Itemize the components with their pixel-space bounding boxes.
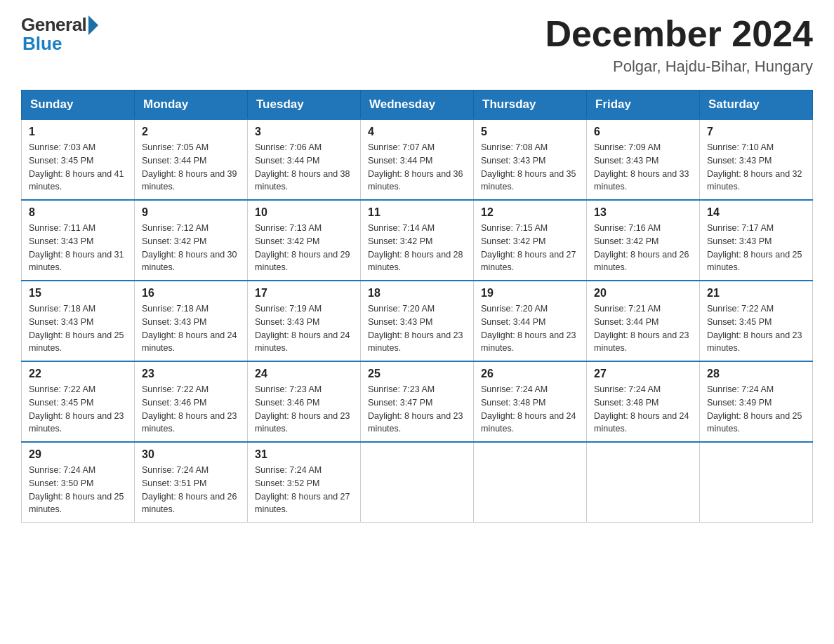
day-number: 20 <box>594 287 692 300</box>
day-number: 11 <box>368 206 466 219</box>
page-header: General Blue December 2024 Polgar, Hajdu… <box>21 14 813 76</box>
day-number: 1 <box>29 126 127 138</box>
day-info: Sunrise: 7:08 AMSunset: 3:43 PMDaylight:… <box>481 141 579 194</box>
calendar-cell <box>474 442 587 523</box>
week-row-3: 15Sunrise: 7:18 AMSunset: 3:43 PMDayligh… <box>22 281 813 361</box>
day-number: 22 <box>29 368 127 380</box>
day-number: 10 <box>255 206 353 219</box>
logo-blue-text: Blue <box>22 33 62 55</box>
day-info: Sunrise: 7:20 AMSunset: 3:43 PMDaylight:… <box>368 302 466 355</box>
day-info: Sunrise: 7:22 AMSunset: 3:46 PMDaylight:… <box>142 383 240 436</box>
day-info: Sunrise: 7:19 AMSunset: 3:43 PMDaylight:… <box>255 302 353 355</box>
day-number: 6 <box>594 126 692 138</box>
day-number: 8 <box>29 206 127 219</box>
day-info: Sunrise: 7:16 AMSunset: 3:42 PMDaylight:… <box>594 222 692 274</box>
week-row-2: 8Sunrise: 7:11 AMSunset: 3:43 PMDaylight… <box>22 200 813 281</box>
day-number: 4 <box>368 126 466 138</box>
calendar-subtitle: Polgar, Hajdu-Bihar, Hungary <box>545 58 813 76</box>
day-number: 14 <box>707 206 805 219</box>
day-number: 28 <box>707 368 805 380</box>
day-info: Sunrise: 7:14 AMSunset: 3:42 PMDaylight:… <box>368 222 466 274</box>
day-number: 31 <box>255 448 353 461</box>
day-info: Sunrise: 7:21 AMSunset: 3:44 PMDaylight:… <box>594 302 692 355</box>
calendar-table: SundayMondayTuesdayWednesdayThursdayFrid… <box>21 90 813 523</box>
day-number: 15 <box>29 287 127 300</box>
day-info: Sunrise: 7:18 AMSunset: 3:43 PMDaylight:… <box>29 302 127 355</box>
day-number: 29 <box>29 448 127 461</box>
calendar-cell: 20Sunrise: 7:21 AMSunset: 3:44 PMDayligh… <box>587 281 700 361</box>
calendar-cell: 7Sunrise: 7:10 AMSunset: 3:43 PMDaylight… <box>700 119 813 200</box>
logo: General Blue <box>21 14 98 55</box>
day-number: 17 <box>255 287 353 300</box>
day-info: Sunrise: 7:23 AMSunset: 3:47 PMDaylight:… <box>368 383 466 436</box>
week-row-4: 22Sunrise: 7:22 AMSunset: 3:45 PMDayligh… <box>22 361 813 442</box>
week-row-5: 29Sunrise: 7:24 AMSunset: 3:50 PMDayligh… <box>22 442 813 523</box>
day-info: Sunrise: 7:17 AMSunset: 3:43 PMDaylight:… <box>707 222 805 274</box>
calendar-cell: 1Sunrise: 7:03 AMSunset: 3:45 PMDaylight… <box>22 119 135 200</box>
calendar-cell: 17Sunrise: 7:19 AMSunset: 3:43 PMDayligh… <box>248 281 361 361</box>
calendar-title: December 2024 <box>545 14 813 54</box>
day-number: 5 <box>481 126 579 138</box>
calendar-cell: 28Sunrise: 7:24 AMSunset: 3:49 PMDayligh… <box>700 361 813 442</box>
calendar-cell: 19Sunrise: 7:20 AMSunset: 3:44 PMDayligh… <box>474 281 587 361</box>
day-info: Sunrise: 7:06 AMSunset: 3:44 PMDaylight:… <box>255 141 353 194</box>
calendar-cell: 30Sunrise: 7:24 AMSunset: 3:51 PMDayligh… <box>135 442 248 523</box>
week-row-1: 1Sunrise: 7:03 AMSunset: 3:45 PMDaylight… <box>22 119 813 200</box>
day-info: Sunrise: 7:05 AMSunset: 3:44 PMDaylight:… <box>142 141 240 194</box>
calendar-cell: 23Sunrise: 7:22 AMSunset: 3:46 PMDayligh… <box>135 361 248 442</box>
day-number: 12 <box>481 206 579 219</box>
day-info: Sunrise: 7:13 AMSunset: 3:42 PMDaylight:… <box>255 222 353 274</box>
calendar-cell: 25Sunrise: 7:23 AMSunset: 3:47 PMDayligh… <box>361 361 474 442</box>
calendar-cell: 27Sunrise: 7:24 AMSunset: 3:48 PMDayligh… <box>587 361 700 442</box>
col-header-tuesday: Tuesday <box>248 90 361 120</box>
day-info: Sunrise: 7:24 AMSunset: 3:48 PMDaylight:… <box>594 383 692 436</box>
calendar-cell <box>361 442 474 523</box>
calendar-cell: 2Sunrise: 7:05 AMSunset: 3:44 PMDaylight… <box>135 119 248 200</box>
calendar-cell: 12Sunrise: 7:15 AMSunset: 3:42 PMDayligh… <box>474 200 587 281</box>
calendar-cell: 6Sunrise: 7:09 AMSunset: 3:43 PMDaylight… <box>587 119 700 200</box>
col-header-thursday: Thursday <box>474 90 587 120</box>
calendar-cell: 8Sunrise: 7:11 AMSunset: 3:43 PMDaylight… <box>22 200 135 281</box>
day-number: 3 <box>255 126 353 138</box>
day-info: Sunrise: 7:22 AMSunset: 3:45 PMDaylight:… <box>707 302 805 355</box>
day-number: 2 <box>142 126 240 138</box>
day-number: 27 <box>594 368 692 380</box>
calendar-cell: 11Sunrise: 7:14 AMSunset: 3:42 PMDayligh… <box>361 200 474 281</box>
day-info: Sunrise: 7:22 AMSunset: 3:45 PMDaylight:… <box>29 383 127 436</box>
calendar-header-row: SundayMondayTuesdayWednesdayThursdayFrid… <box>22 90 813 120</box>
day-info: Sunrise: 7:11 AMSunset: 3:43 PMDaylight:… <box>29 222 127 274</box>
day-info: Sunrise: 7:24 AMSunset: 3:52 PMDaylight:… <box>255 464 353 516</box>
col-header-monday: Monday <box>135 90 248 120</box>
day-info: Sunrise: 7:03 AMSunset: 3:45 PMDaylight:… <box>29 141 127 194</box>
day-info: Sunrise: 7:12 AMSunset: 3:42 PMDaylight:… <box>142 222 240 274</box>
day-number: 16 <box>142 287 240 300</box>
calendar-cell: 13Sunrise: 7:16 AMSunset: 3:42 PMDayligh… <box>587 200 700 281</box>
day-number: 9 <box>142 206 240 219</box>
day-number: 23 <box>142 368 240 380</box>
day-info: Sunrise: 7:23 AMSunset: 3:46 PMDaylight:… <box>255 383 353 436</box>
day-number: 24 <box>255 368 353 380</box>
col-header-wednesday: Wednesday <box>361 90 474 120</box>
day-info: Sunrise: 7:09 AMSunset: 3:43 PMDaylight:… <box>594 141 692 194</box>
day-number: 25 <box>368 368 466 380</box>
day-number: 13 <box>594 206 692 219</box>
day-number: 26 <box>481 368 579 380</box>
day-info: Sunrise: 7:18 AMSunset: 3:43 PMDaylight:… <box>142 302 240 355</box>
day-number: 18 <box>368 287 466 300</box>
calendar-cell: 5Sunrise: 7:08 AMSunset: 3:43 PMDaylight… <box>474 119 587 200</box>
calendar-cell: 4Sunrise: 7:07 AMSunset: 3:44 PMDaylight… <box>361 119 474 200</box>
calendar-cell: 21Sunrise: 7:22 AMSunset: 3:45 PMDayligh… <box>700 281 813 361</box>
day-info: Sunrise: 7:24 AMSunset: 3:50 PMDaylight:… <box>29 464 127 516</box>
day-info: Sunrise: 7:24 AMSunset: 3:48 PMDaylight:… <box>481 383 579 436</box>
day-number: 30 <box>142 448 240 461</box>
col-header-saturday: Saturday <box>700 90 813 120</box>
day-info: Sunrise: 7:24 AMSunset: 3:49 PMDaylight:… <box>707 383 805 436</box>
day-info: Sunrise: 7:10 AMSunset: 3:43 PMDaylight:… <box>707 141 805 194</box>
calendar-cell: 16Sunrise: 7:18 AMSunset: 3:43 PMDayligh… <box>135 281 248 361</box>
day-info: Sunrise: 7:07 AMSunset: 3:44 PMDaylight:… <box>368 141 466 194</box>
calendar-cell: 14Sunrise: 7:17 AMSunset: 3:43 PMDayligh… <box>700 200 813 281</box>
calendar-cell: 3Sunrise: 7:06 AMSunset: 3:44 PMDaylight… <box>248 119 361 200</box>
calendar-cell: 29Sunrise: 7:24 AMSunset: 3:50 PMDayligh… <box>22 442 135 523</box>
day-number: 21 <box>707 287 805 300</box>
calendar-cell: 18Sunrise: 7:20 AMSunset: 3:43 PMDayligh… <box>361 281 474 361</box>
